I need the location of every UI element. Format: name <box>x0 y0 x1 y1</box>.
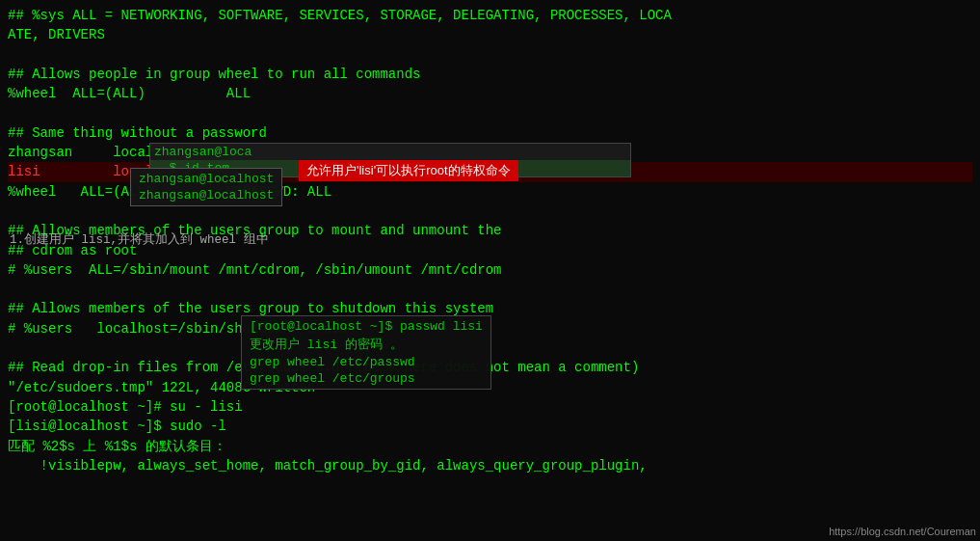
popup-section-row-2: zhangsan@localhost <box>131 187 281 203</box>
terminal: ## %sys ALL = NETWORKING, SOFTWARE, SERV… <box>0 0 980 541</box>
popup-section: zhangsan@localhost zhangsan@localhost <box>130 168 282 206</box>
line-22: [lisi@localhost ~]$ sudo -l <box>8 417 972 436</box>
line-21: [root@localhost ~]# su - lisi <box>8 397 972 417</box>
line-5: %wheel ALL=(ALL) ALL <box>8 84 972 103</box>
lower-popup-row-4: grep wheel /etc/groups <box>242 370 490 387</box>
watermark: https://blog.csdn.net/Coureman <box>829 526 976 537</box>
annotation-label: 允许用户'lisi'可以执行root的特权命令 <box>299 160 518 181</box>
line-7: ## Same thing without a password <box>8 123 972 143</box>
line-6 <box>8 103 972 122</box>
line-2: ATE, DRIVERS <box>8 25 972 44</box>
lower-popup-row-3: grep wheel /etc/passwd <box>242 354 490 370</box>
line-1: ## %sys ALL = NETWORKING, SOFTWARE, SERV… <box>8 6 972 25</box>
popup-row-1[interactable]: zhangsan@loca <box>150 144 630 160</box>
lower-popup-row-1: [root@localhost ~]$ passwd lisi <box>242 318 490 335</box>
line-4: ## Allows people in group wheel to run a… <box>8 65 972 84</box>
line-23: 匹配 %2$s 上 %1$s 的默认条目： <box>8 437 972 456</box>
hint-section: 1.创建用户 lisi,并将其加入到 wheel 组中 <box>10 231 269 248</box>
lower-popup-row-2: 更改用户 lisi 的密码 。 <box>242 335 490 354</box>
line-3 <box>8 45 972 65</box>
line-24: !visiblepw, always_set_home, match_group… <box>8 456 972 475</box>
popup-section-row-1: zhangsan@localhost <box>131 171 281 187</box>
lower-popup: [root@localhost ~]$ passwd lisi 更改用户 lis… <box>241 315 491 390</box>
line-15 <box>8 280 972 299</box>
line-14: # %users ALL=/sbin/mount /mnt/cdrom, /sb… <box>8 260 972 280</box>
